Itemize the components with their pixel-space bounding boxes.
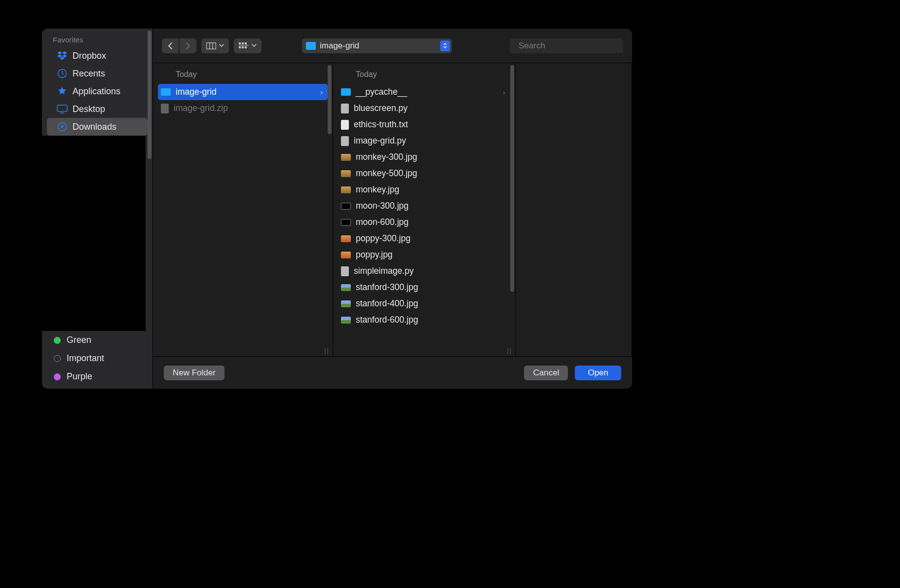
file-icon (341, 120, 349, 130)
back-button[interactable] (162, 38, 179, 53)
group-button[interactable] (234, 38, 262, 53)
view-columns-button[interactable] (201, 38, 229, 53)
tag-label: Green (67, 335, 91, 345)
file-icon (341, 203, 351, 210)
file-name: poppy.jpg (356, 250, 393, 260)
file-name: ethics-truth.txt (354, 119, 408, 130)
file-name: image-grid (176, 87, 217, 97)
svg-rect-4 (207, 42, 216, 49)
open-file-dialog: Favorites Dropbox Recents (42, 29, 632, 389)
tag-green[interactable]: Green (42, 331, 152, 349)
nav-buttons (162, 38, 196, 53)
sidebar-item-desktop[interactable]: Desktop (47, 100, 148, 118)
file-row[interactable]: stanford-600.jpg (338, 312, 510, 328)
tag-dot-green-icon (54, 337, 61, 344)
sidebar: Favorites Dropbox Recents (42, 29, 153, 389)
file-row[interactable]: monkey.jpg (338, 182, 510, 198)
file-name: image-grid.py (354, 136, 406, 146)
download-icon (57, 121, 68, 132)
svg-rect-11 (242, 46, 244, 48)
sidebar-item-label: Downloads (73, 122, 116, 132)
desktop-icon (57, 104, 68, 114)
tag-label: Purple (67, 371, 92, 382)
tag-dot-purple-icon (54, 373, 61, 380)
file-row[interactable]: moon-600.jpg (338, 214, 510, 230)
file-icon (341, 219, 351, 226)
file-row[interactable]: monkey-300.jpg (338, 149, 510, 165)
dropbox-icon (57, 50, 68, 61)
file-icon (341, 235, 351, 242)
column-resize-handle[interactable]: || (324, 347, 330, 354)
file-icon (341, 266, 349, 276)
file-row[interactable]: ethics-truth.txt (338, 116, 510, 133)
file-row[interactable]: image-grid.zip (158, 100, 328, 116)
file-icon (341, 284, 351, 291)
file-columns: Today image-grid›image-grid.zip || Today… (153, 63, 632, 356)
dialog-footer: New Folder Cancel Open (153, 356, 632, 389)
cancel-button[interactable]: Cancel (524, 366, 568, 380)
file-icon (341, 300, 351, 307)
file-row[interactable]: simpleimage.py (338, 263, 510, 279)
open-button[interactable]: Open (575, 366, 621, 380)
tag-dot-outline-icon (54, 355, 61, 362)
sidebar-item-applications[interactable]: Applications (47, 82, 148, 100)
file-icon (341, 104, 349, 113)
path-label: image-grid (320, 41, 359, 51)
sidebar-scrollbar[interactable] (148, 31, 151, 159)
chevron-down-icon (252, 44, 257, 47)
file-row[interactable]: image-grid.py (338, 133, 510, 149)
columns-icon (206, 42, 216, 49)
chevron-down-icon (219, 44, 224, 47)
file-row[interactable]: stanford-300.jpg (338, 279, 510, 295)
file-row[interactable]: poppy.jpg (338, 247, 510, 263)
file-row[interactable]: bluescreen.py (338, 100, 510, 116)
file-icon (341, 186, 351, 193)
sidebar-tags: Green Important Purple (42, 331, 152, 389)
column-header: Today (153, 63, 333, 84)
sidebar-item-dropbox[interactable]: Dropbox (47, 47, 148, 65)
tag-purple[interactable]: Purple (42, 368, 152, 386)
file-icon (341, 170, 351, 177)
column-header: Today (333, 63, 515, 84)
file-name: stanford-600.jpg (356, 315, 418, 325)
new-folder-button[interactable]: New Folder (164, 366, 225, 380)
sidebar-item-downloads[interactable]: Downloads (47, 118, 148, 136)
file-name: stanford-400.jpg (356, 298, 418, 309)
column-3 (516, 63, 632, 356)
file-row[interactable]: poppy-300.jpg (338, 230, 510, 247)
file-name: bluescreen.py (354, 103, 408, 113)
sidebar-item-recents[interactable]: Recents (47, 65, 148, 82)
group-icon (239, 42, 249, 49)
path-dropdown[interactable]: image-grid (302, 38, 452, 53)
file-name: moon-300.jpg (356, 201, 409, 211)
sidebar-spacer (42, 136, 146, 331)
file-name: monkey.jpg (356, 184, 399, 195)
sidebar-item-label: Applications (73, 86, 120, 97)
tag-important[interactable]: Important (42, 349, 152, 368)
search-input[interactable] (519, 41, 623, 51)
updown-icon (440, 40, 450, 51)
file-row[interactable]: monkey-500.jpg (338, 165, 510, 182)
search-field[interactable] (510, 38, 623, 53)
file-row[interactable]: stanford-400.jpg (338, 295, 510, 312)
svg-rect-10 (239, 46, 241, 48)
file-icon (341, 252, 351, 258)
folder-icon (306, 42, 316, 50)
file-name: stanford-300.jpg (356, 282, 418, 293)
sidebar-item-label: Recents (73, 69, 105, 79)
content-area: image-grid Today image-grid›image-grid. (153, 29, 632, 389)
file-name: poppy-300.jpg (356, 233, 411, 244)
sidebar-favorites: Favorites Dropbox Recents (42, 29, 152, 136)
toolbar: image-grid (153, 29, 632, 63)
file-row[interactable]: __pycache__› (338, 84, 510, 100)
file-name: image-grid.zip (174, 103, 228, 113)
forward-button[interactable] (180, 38, 196, 53)
folder-icon (341, 88, 351, 96)
clock-icon (57, 68, 68, 79)
main-area: Favorites Dropbox Recents (42, 29, 632, 389)
file-row[interactable]: image-grid› (158, 84, 328, 100)
file-icon (161, 104, 169, 113)
column-resize-handle[interactable]: || (507, 347, 512, 354)
file-row[interactable]: moon-300.jpg (338, 198, 510, 214)
file-name: simpleimage.py (354, 266, 414, 276)
